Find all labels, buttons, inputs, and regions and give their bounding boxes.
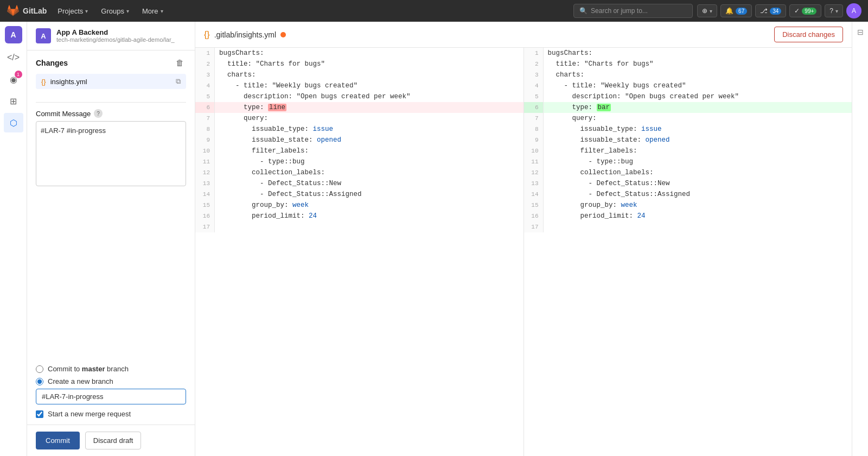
create-new-button[interactable]: ⊕▾ <box>697 4 717 17</box>
delete-changes-button[interactable]: 🗑 <box>174 57 186 68</box>
diff-file-path: {} .gitlab/insights.yml <box>204 30 286 40</box>
commit-button[interactable]: Commit <box>36 432 80 449</box>
code-icon: </> <box>7 53 20 62</box>
line-number: 16 <box>195 211 215 221</box>
master-branch-name: master <box>82 365 105 373</box>
board-icon: ⊞ <box>10 96 17 106</box>
pipeline-icon: ⬡ <box>10 118 17 128</box>
line-content <box>215 221 524 232</box>
user-avatar[interactable]: A <box>846 3 861 18</box>
diff-line: 8 issuable_type: issue <box>524 124 852 135</box>
new-branch-radio[interactable] <box>36 378 43 385</box>
diff-area: {} .gitlab/insights.yml Discard changes … <box>195 22 852 456</box>
line-number: 13 <box>195 178 215 189</box>
diff-line: 6 type: bar <box>524 102 852 113</box>
merge-requests-button[interactable]: ⎇34 <box>755 4 786 17</box>
line-number: 15 <box>195 200 215 211</box>
line-content <box>544 221 852 232</box>
merge-request-checkbox-label[interactable]: Start a new merge request <box>36 410 186 418</box>
master-branch-radio[interactable] <box>36 365 43 373</box>
merge-request-checkbox[interactable] <box>36 410 43 418</box>
file-item-insights[interactable]: {} insights.yml ⧉ <box>36 74 186 89</box>
divider-1 <box>36 102 186 103</box>
new-branch-option[interactable]: Create a new branch <box>36 377 186 385</box>
diff-line: 12 collection_labels: <box>195 167 524 178</box>
line-content: period_limit: 24 <box>544 211 852 221</box>
file-copy-icon: ⧉ <box>176 77 181 86</box>
line-content: bugsCharts: <box>215 48 524 59</box>
line-content: - type::bug <box>215 156 524 167</box>
line-number: 15 <box>524 200 544 211</box>
help-button[interactable]: ?▾ <box>825 4 843 17</box>
project-small-avatar[interactable]: A <box>36 28 51 43</box>
discard-changes-button[interactable]: Discard changes <box>774 27 843 42</box>
branch-name-input[interactable] <box>36 389 186 404</box>
line-content: description: "Open bugs created per week… <box>544 91 852 102</box>
line-number: 11 <box>524 156 544 167</box>
commit-to-master-option[interactable]: Commit to master branch <box>36 365 186 373</box>
sidebar-item-issues[interactable]: ◉ 1 <box>4 69 23 89</box>
projects-chevron: ▾ <box>85 8 88 14</box>
search-bar[interactable]: 🔍 Search or jump to... <box>573 4 693 18</box>
diff-view-toggle[interactable]: ⊟ <box>854 26 866 38</box>
top-navigation: GitLab Projects ▾ Groups ▾ More ▾ 🔍 Sear… <box>0 0 868 22</box>
line-number: 11 <box>195 156 215 167</box>
commit-to-label: Commit to master branch <box>48 365 129 373</box>
notifications-button[interactable]: 🔔67 <box>720 4 752 17</box>
diff-line: 1bugsCharts: <box>524 48 852 59</box>
more-menu[interactable]: More ▾ <box>138 5 168 17</box>
line-content: description: "Open bugs created per week… <box>215 91 524 102</box>
radio-group: Commit to master branch Create a new bra… <box>36 365 186 385</box>
diff-line: 13 - Defect_Status::New <box>524 178 852 189</box>
diff-line: 6 type: line <box>195 102 524 113</box>
sidebar-item-board[interactable]: ⊞ <box>4 91 23 111</box>
diff-header: {} .gitlab/insights.yml Discard changes <box>195 22 852 48</box>
diff-content: 1bugsCharts:2 title: "Charts for bugs"3 … <box>195 48 852 456</box>
line-content: - title: "Weekly bugs created" <box>215 80 524 91</box>
projects-menu[interactable]: Projects ▾ <box>53 5 92 17</box>
sidebar-item-code[interactable]: </> <box>4 48 23 67</box>
line-content: - Defect_Status::New <box>215 178 524 189</box>
diff-line: 11 - type::bug <box>195 156 524 167</box>
diff-line: 16 period_limit: 24 <box>524 211 852 221</box>
diff-line: 17 <box>524 221 852 232</box>
line-content: - Defect_Status::New <box>544 178 852 189</box>
project-header: A App A Backend tech-marketing/demos/git… <box>27 22 195 50</box>
line-number: 5 <box>524 91 544 102</box>
line-content: title: "Charts for bugs" <box>215 59 524 69</box>
gitlab-logo[interactable]: GitLab <box>7 4 47 17</box>
commit-message-input[interactable]: #LAR-7 #in-progress <box>36 121 186 186</box>
modified-indicator <box>280 32 286 37</box>
line-number: 12 <box>524 167 544 178</box>
diff-line: 9 issuable_state: opened <box>195 135 524 145</box>
app-layout: A </> ◉ 1 ⊞ ⬡ A App A Backend tech-marke… <box>0 0 868 456</box>
line-number: 3 <box>195 69 215 80</box>
diff-line: 15 group_by: week <box>524 200 852 211</box>
nav-actions: ⊕▾ 🔔67 ⎇34 ✓99+ ?▾ A <box>697 3 861 18</box>
diff-line: 5 description: "Open bugs created per we… <box>195 91 524 102</box>
mr-count: 34 <box>770 8 781 15</box>
line-number: 13 <box>524 178 544 189</box>
line-number: 2 <box>195 59 215 69</box>
line-number: 14 <box>524 189 544 200</box>
diff-line: 8 issuable_type: issue <box>195 124 524 135</box>
search-placeholder: Search or jump to... <box>591 7 648 15</box>
help-icon[interactable]: ? <box>94 109 103 118</box>
commit-message-label: Commit Message ? <box>36 109 186 118</box>
issues-button[interactable]: ✓99+ <box>789 4 821 17</box>
merge-request-label: Start a new merge request <box>48 410 131 418</box>
line-number: 1 <box>524 48 544 59</box>
diff-line: 15 group_by: week <box>195 200 524 211</box>
line-number: 9 <box>524 135 544 145</box>
groups-menu[interactable]: Groups ▾ <box>97 5 133 17</box>
sidebar-item-pipeline[interactable]: ⬡ <box>4 113 23 132</box>
line-content: charts: <box>215 69 524 80</box>
line-content: type: bar <box>544 102 852 113</box>
diff-line: 2 title: "Charts for bugs" <box>195 59 524 69</box>
line-content: - type::bug <box>544 156 852 167</box>
diff-line: 4 - title: "Weekly bugs created" <box>524 80 852 91</box>
discard-draft-button[interactable]: Discard draft <box>85 432 142 449</box>
line-number: 1 <box>195 48 215 59</box>
project-path: tech-marketing/demos/gitlab-agile-demo/l… <box>56 36 186 43</box>
project-avatar-icon[interactable]: A <box>5 26 22 43</box>
